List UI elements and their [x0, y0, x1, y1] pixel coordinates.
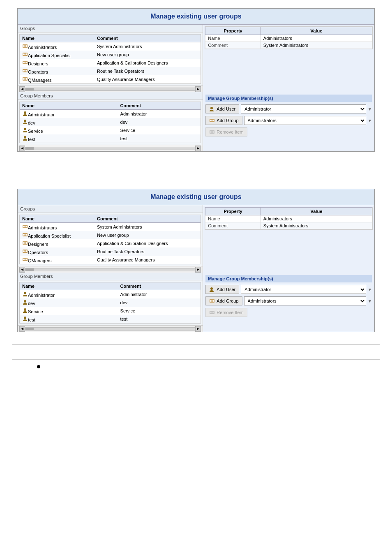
- svg-point-40: [25, 259, 27, 260]
- groups-left-2: Groups Name Comment AdministratorsSystem…: [18, 205, 203, 273]
- spacer-1: — —: [12, 164, 380, 189]
- scroll-left-1[interactable]: ◀: [19, 86, 25, 92]
- table-row[interactable]: AdministratorsSystem Administrators: [20, 223, 201, 231]
- group-comment-cell: Routine Task Operators: [95, 67, 201, 75]
- group-name-cell: Designers: [20, 239, 95, 247]
- members-section-1: Group Members Name Comment Administrator…: [18, 92, 374, 151]
- mem-scroll-track-1[interactable]: [25, 147, 195, 150]
- mem-scroll-right-2[interactable]: ▶: [195, 326, 201, 332]
- group-name-cell: Operators: [20, 247, 95, 256]
- table-row[interactable]: QManagersQuality Assurance Managers: [20, 75, 201, 83]
- add-group-row-1: Add Group AdministratorsApplication Spec…: [205, 116, 372, 125]
- table-row[interactable]: Application SpecialistNew user group: [20, 231, 201, 239]
- svg-point-47: [210, 300, 212, 302]
- table-row[interactable]: DesignersApplication & Calibration Desig…: [20, 59, 201, 67]
- manage-title-2: Manage Group Membership(s): [205, 275, 372, 282]
- svg-point-37: [25, 250, 27, 252]
- svg-point-45: [210, 287, 213, 290]
- members-scrollbar-2[interactable]: ◀ ▶: [18, 325, 203, 332]
- table-row[interactable]: OperatorsRoutine Task Operators: [20, 67, 201, 75]
- add-user-select-2[interactable]: AdministratordevServicetest: [241, 285, 366, 294]
- scroll-right-1[interactable]: ▶: [195, 86, 201, 92]
- table-row[interactable]: Application SpecialistNew user group: [20, 51, 201, 59]
- prop-name-cell: Comment: [205, 42, 261, 49]
- table-row[interactable]: DesignersApplication & Calibration Desig…: [20, 239, 201, 247]
- add-user-row-1: Add User AdministratordevServicetest ▼: [205, 104, 372, 113]
- group-add-icon-1: [209, 118, 215, 123]
- members-table-1: Name Comment AdministratorAdministratord…: [20, 102, 201, 143]
- svg-point-27: [23, 226, 25, 227]
- svg-point-22: [212, 120, 214, 121]
- group-name-cell: Designers: [20, 59, 95, 67]
- groups-scrollbar-1[interactable]: ◀ ▶: [18, 86, 203, 92]
- table-row[interactable]: ServiceService: [20, 307, 201, 315]
- add-group-select-1[interactable]: AdministratorsApplication SpecialistDesi…: [244, 116, 367, 125]
- table-row[interactable]: AdministratorAdministrator: [20, 290, 201, 299]
- members-table-container-1: Name Comment AdministratorAdministratord…: [19, 102, 201, 143]
- members-scrollbar-1[interactable]: ◀ ▶: [18, 145, 203, 151]
- mem-scroll-right-1[interactable]: ▶: [195, 146, 201, 151]
- table-row: CommentSystem Administrators: [205, 42, 372, 49]
- add-user-button-1[interactable]: Add User: [205, 104, 239, 113]
- groups-col-name-2: Name: [20, 215, 95, 223]
- members-section-2: Group Members Name Comment Administrator…: [18, 273, 374, 332]
- add-group-button-2[interactable]: Add Group: [205, 296, 242, 305]
- table-row[interactable]: testtest: [20, 134, 201, 143]
- groups-scrollbar-2[interactable]: ◀ ▶: [18, 266, 203, 273]
- scroll-left-2[interactable]: ◀: [19, 267, 25, 273]
- mem-scroll-track-2[interactable]: [25, 327, 195, 331]
- scroll-track-1[interactable]: [25, 88, 195, 91]
- member-comment-cell: Service: [118, 307, 201, 315]
- scroll-right-2[interactable]: ▶: [195, 267, 201, 273]
- table-row[interactable]: devdev: [20, 118, 201, 126]
- svg-point-2: [25, 45, 27, 47]
- dropdown-arrow-1: ▼: [368, 107, 372, 111]
- svg-point-34: [25, 242, 27, 244]
- manage-right-2: Manage Group Membership(s) Add User Admi…: [203, 273, 374, 332]
- members-col-name-2: Name: [20, 282, 118, 290]
- add-user-select-1[interactable]: AdministratordevServicetest: [241, 104, 366, 113]
- manage-section-2: Manage Group Membership(s) Add User Admi…: [203, 273, 374, 322]
- table-row[interactable]: devdev: [20, 298, 201, 307]
- svg-point-41: [24, 292, 26, 294]
- scroll-track-2[interactable]: [25, 268, 195, 271]
- dash-left: —: [53, 180, 59, 187]
- group-name-cell: Application Specialist: [20, 231, 95, 239]
- panel-title-2: Manage existing user groups: [18, 189, 374, 205]
- add-user-button-2[interactable]: Add User: [205, 285, 239, 294]
- mem-scroll-left-2[interactable]: ◀: [19, 326, 25, 332]
- table-row[interactable]: OperatorsRoutine Task Operators: [20, 247, 201, 256]
- prop-value-cell: System Administrators: [261, 42, 372, 49]
- group-name-cell: QManagers: [20, 75, 95, 83]
- svg-point-48: [212, 300, 214, 302]
- prop-value-cell: Administrators: [261, 35, 372, 42]
- members-col-comment-2: Comment: [118, 282, 201, 290]
- svg-point-42: [24, 300, 26, 303]
- table-row[interactable]: testtest: [20, 315, 201, 323]
- svg-point-33: [23, 242, 25, 244]
- svg-point-51: [212, 312, 214, 313]
- add-group-select-2[interactable]: AdministratorsApplication SpecialistDesi…: [244, 296, 367, 305]
- table-row[interactable]: QManagersQuality Assurance Managers: [20, 256, 201, 264]
- group-comment-cell: New user group: [95, 51, 201, 59]
- svg-point-16: [24, 120, 26, 122]
- members-col-comment-1: Comment: [118, 102, 201, 110]
- table-row[interactable]: AdministratorsSystem Administrators: [20, 42, 201, 51]
- svg-point-8: [25, 62, 27, 63]
- mem-scroll-left-1[interactable]: ◀: [19, 146, 25, 151]
- members-table-container-2: Name Comment AdministratorAdministratord…: [19, 282, 201, 324]
- table-row[interactable]: AdministratorAdministrator: [20, 110, 201, 118]
- member-name-cell: Administrator: [20, 290, 118, 299]
- add-group-row-2: Add Group AdministratorsApplication Spec…: [205, 296, 372, 305]
- groups-table-container-1: Name Comment AdministratorsSystem Admini…: [19, 34, 201, 84]
- group-name-cell: Administrators: [20, 223, 95, 231]
- members-left-1: Group Members Name Comment Administrator…: [18, 92, 203, 151]
- prop-name-cell: Comment: [205, 222, 261, 229]
- svg-point-30: [23, 234, 25, 236]
- table-row[interactable]: ServiceService: [20, 126, 201, 134]
- svg-point-36: [23, 250, 25, 252]
- group-comment-cell: Application & Calibration Designers: [95, 239, 201, 247]
- svg-point-18: [24, 136, 26, 139]
- groups-left-1: Groups Name Comment AdministratorsSystem…: [18, 25, 203, 92]
- add-group-button-1[interactable]: Add Group: [205, 116, 242, 125]
